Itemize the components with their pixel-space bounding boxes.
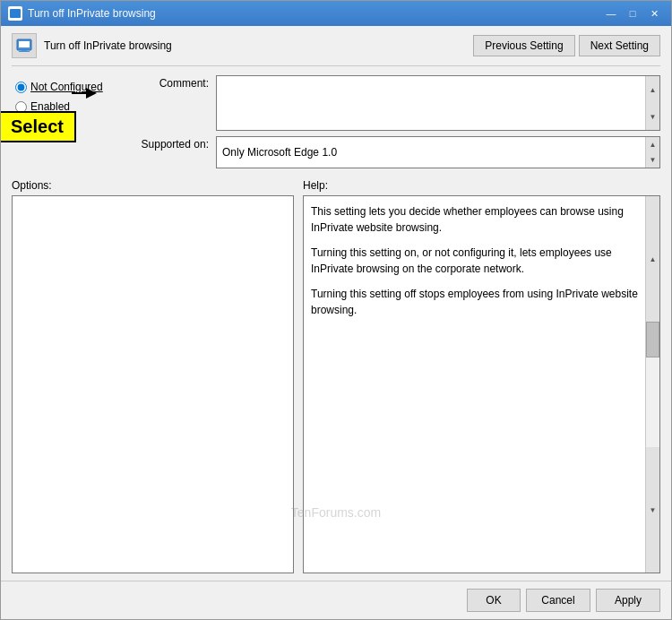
help-scroll-thumb (646, 322, 659, 357)
select-arrow-icon (70, 86, 97, 100)
header-icon (12, 33, 37, 58)
help-para-3: Turning this setting off stops employees… (311, 286, 638, 318)
supported-input (217, 137, 645, 168)
dialog-title: Turn off InPrivate browsing (44, 39, 473, 52)
window-icon (8, 6, 22, 21)
help-scroll-down[interactable]: ▼ (646, 447, 659, 573)
radio-not-configured-input[interactable] (15, 82, 27, 93)
bottom-bar: OK Cancel Apply (1, 581, 671, 619)
supported-label: Supported on: (137, 136, 209, 151)
main-window: Turn off InPrivate browsing — □ ✕ Turn o… (0, 0, 672, 620)
help-scroll-up[interactable]: ▲ (646, 196, 659, 322)
right-panel: Comment: ▲ ▼ Supported on: ▲ (137, 75, 660, 168)
previous-setting-button[interactable]: Previous Setting (473, 35, 574, 56)
apply-button[interactable]: Apply (596, 589, 660, 612)
comment-scroll-up[interactable]: ▲ (646, 76, 659, 103)
minimize-button[interactable]: — (601, 5, 621, 22)
close-button[interactable]: ✕ (644, 5, 664, 22)
title-bar: Turn off InPrivate browsing — □ ✕ (1, 1, 671, 26)
help-label: Help: (303, 179, 660, 192)
help-scrollbar: ▲ ▼ (645, 196, 659, 573)
supported-scroll-down[interactable]: ▼ (646, 152, 659, 168)
ok-button[interactable]: OK (467, 589, 521, 612)
cancel-button[interactable]: Cancel (526, 589, 590, 612)
supported-scroll-up[interactable]: ▲ (646, 137, 659, 152)
options-help-wrapper: Options: Help: This setting lets you dec… (12, 176, 660, 573)
header-row: Turn off InPrivate browsing Previous Set… (12, 33, 660, 58)
comment-scrollbar: ▲ ▼ (645, 76, 659, 130)
window-title: Turn off InPrivate browsing (28, 7, 596, 20)
comment-scroll-down[interactable]: ▼ (646, 103, 659, 130)
select-annotation: Select (1, 111, 76, 142)
supported-scrollbar: ▲ ▼ (645, 137, 659, 168)
supported-row: Supported on: ▲ ▼ (137, 136, 660, 168)
supported-field-container: ▲ ▼ (216, 136, 660, 168)
comment-field-container: ▲ ▼ (216, 75, 660, 131)
comment-row: Comment: ▲ ▼ (137, 75, 660, 131)
maximize-button[interactable]: □ (623, 5, 642, 22)
options-label: Options: (12, 179, 294, 192)
options-content (12, 195, 294, 573)
help-para-1: This setting lets you decide whether emp… (311, 203, 638, 236)
help-scroll-track (646, 322, 659, 447)
content-area: Turn off InPrivate browsing Previous Set… (1, 26, 671, 581)
svg-rect-1 (19, 41, 30, 47)
options-box: Options: (12, 179, 294, 573)
svg-rect-3 (19, 51, 30, 52)
nav-buttons: Previous Setting Next Setting (473, 35, 660, 56)
help-para-2: Turning this setting on, or not configur… (311, 245, 638, 277)
header-divider (12, 65, 660, 66)
comment-textarea[interactable] (217, 76, 645, 130)
comment-label: Comment: (137, 75, 209, 90)
next-setting-button[interactable]: Next Setting (579, 35, 660, 56)
watermark: TenForums.com (291, 505, 381, 520)
radio-panel: Not Configured Enabled Disabled Select (12, 75, 128, 168)
main-section: Not Configured Enabled Disabled Select (12, 75, 660, 168)
title-bar-controls: — □ ✕ (601, 5, 664, 22)
